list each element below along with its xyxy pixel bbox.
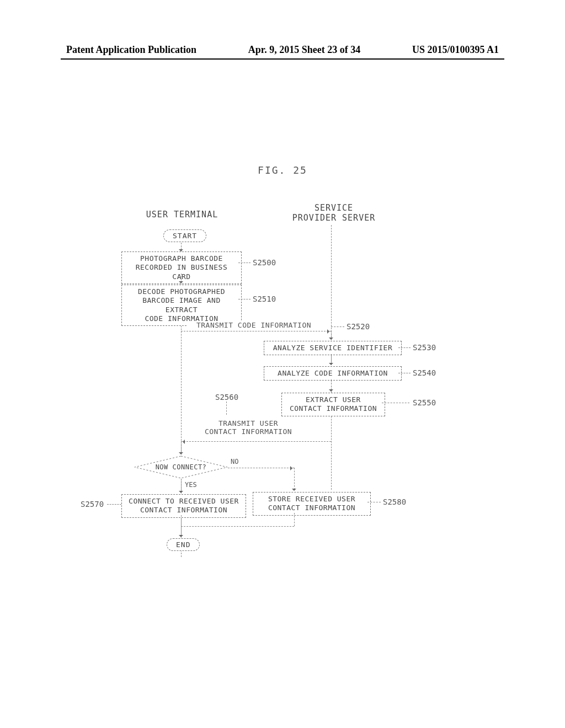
leader-line [398, 347, 411, 348]
swimlane-server-label: SERVICE PROVIDER SERVER [279, 203, 389, 223]
header-rule [61, 58, 504, 60]
step-label-s2510: S2510 [253, 295, 276, 303]
header-right: US 2015/0100395 A1 [412, 44, 499, 56]
step-label-s2500: S2500 [253, 258, 276, 267]
connector [181, 441, 182, 453]
step-label-s2520: S2520 [347, 322, 370, 331]
header-left: Patent Application Publication [66, 44, 196, 56]
msg-label-s2560: TRANSMIT USER CONTACT INFORMATION [193, 419, 303, 436]
step-s2510: DECODE PHOTOGRAPHED BARCODE IMAGE AND EX… [121, 285, 242, 326]
step-label-s2550: S2550 [413, 398, 436, 407]
branch-yes-label: YES [185, 481, 197, 489]
step-label-s2570: S2570 [81, 500, 104, 508]
step-s2570: CONNECT TO RECEIVED USER CONTACT INFORMA… [121, 494, 246, 518]
step-s2580: STORE RECEIVED USER CONTACT INFORMATION [253, 492, 371, 516]
merge-line [181, 526, 294, 527]
no-branch-line [228, 468, 294, 468]
step-label-s2580: S2580 [383, 497, 406, 506]
step-label-s2530: S2530 [413, 343, 436, 352]
leader-line [382, 403, 409, 403]
message-arrow-right [181, 331, 331, 331]
leader-line [398, 373, 411, 373]
step-label-s2560: S2560 [215, 393, 238, 402]
swimlane-user-label: USER TERMINAL [143, 210, 221, 220]
leader-line [238, 299, 250, 299]
page-header: Patent Application Publication Apr. 9, 2… [66, 44, 499, 56]
step-s2550: EXTRACT USER CONTACT INFORMATION [281, 393, 385, 416]
decision-now-connect: NOW CONNECT? [134, 456, 228, 479]
leader-line [238, 263, 250, 263]
leader-line [367, 502, 381, 502]
leader-line [331, 326, 344, 327]
msg-label-s2520: TRANSMIT CODE INFORMATION [188, 321, 320, 329]
step-s2500: PHOTOGRAPH BARCODE RECORDED IN BUSINESS … [121, 251, 242, 284]
connector [331, 379, 332, 390]
connector [294, 513, 295, 526]
leader-line [226, 402, 227, 415]
branch-no-label: NO [231, 458, 238, 465]
connector [294, 468, 295, 490]
step-label-s2540: S2540 [413, 368, 436, 377]
figure-label: FIG. 25 [0, 164, 565, 176]
header-center: Apr. 9, 2015 Sheet 23 of 34 [248, 44, 360, 56]
terminator-end: END [167, 538, 200, 551]
message-arrow-left [181, 441, 331, 442]
leader-line [107, 504, 121, 505]
connector [181, 515, 182, 536]
page: Patent Application Publication Apr. 9, 2… [0, 0, 565, 728]
step-s2540: ANALYZE CODE INFORMATION [264, 366, 402, 381]
decision-text: NOW CONNECT? [134, 456, 228, 479]
terminator-start: START [163, 229, 206, 242]
connector [181, 479, 182, 492]
step-s2530: ANALYZE SERVICE IDENTIFIER [264, 341, 402, 355]
